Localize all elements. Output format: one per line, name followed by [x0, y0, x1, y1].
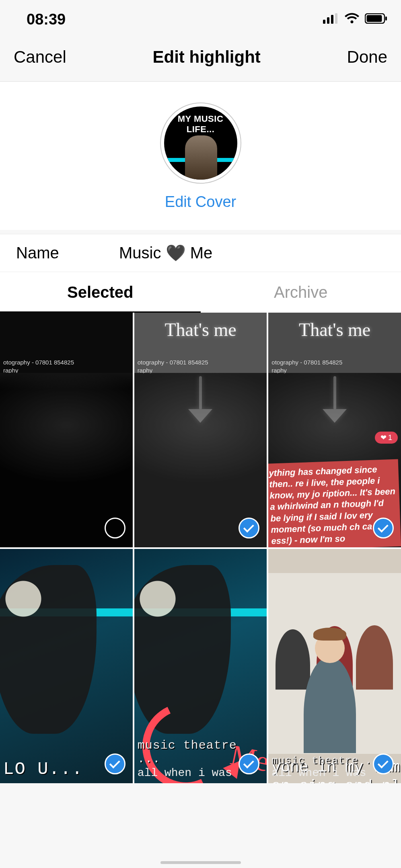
- watermark-text: otography - 07801 854825 raphy: [138, 358, 208, 375]
- heart-badge: ❤ 1: [375, 432, 398, 444]
- svg-rect-6: [385, 16, 387, 20]
- heart-icon: ❤: [380, 433, 387, 442]
- heart-count: 1: [388, 434, 392, 442]
- cover-image[interactable]: MY MUSIC LIFE...: [160, 102, 241, 184]
- story-thumbnail[interactable]: yone in my fam an sing and pla music the…: [268, 549, 401, 784]
- story-overlay-text: LO U...: [3, 759, 83, 779]
- story-thumbnail[interactable]: LO U...: [0, 549, 133, 784]
- stories-grid: otography - 07801 854825 raphy That's me…: [0, 313, 401, 783]
- wifi-icon: [344, 13, 360, 26]
- story-thumbnail[interactable]: Me music theatre ... all when i was: [134, 549, 267, 784]
- selection-toggle[interactable]: [105, 518, 125, 538]
- nav-bar: Cancel Edit highlight Done: [0, 39, 401, 82]
- tabs: Selected Archive: [0, 272, 401, 313]
- edit-cover-link[interactable]: Edit Cover: [165, 193, 236, 211]
- selection-toggle[interactable]: [373, 753, 394, 774]
- selection-toggle[interactable]: [239, 753, 259, 774]
- story-overlay-text: That's me: [134, 313, 267, 340]
- cover-section: MY MUSIC LIFE... Edit Cover: [0, 82, 401, 230]
- status-time: 08:39: [27, 11, 66, 28]
- story-thumbnail[interactable]: otography - 07801 854825 raphy: [0, 313, 133, 547]
- story-overlay-text: That's me: [268, 313, 401, 340]
- name-row: Name: [0, 234, 401, 272]
- story-thumbnail[interactable]: That's me otography - 07801 854825 raphy…: [268, 313, 401, 547]
- cancel-button[interactable]: Cancel: [14, 47, 66, 67]
- selection-toggle[interactable]: [373, 518, 394, 538]
- page-title: Edit highlight: [153, 47, 261, 67]
- svg-rect-5: [367, 15, 382, 22]
- name-label: Name: [16, 244, 119, 262]
- tab-archive[interactable]: Archive: [201, 272, 401, 313]
- cover-inner-text: MY MUSIC LIFE...: [164, 114, 237, 135]
- done-button[interactable]: Done: [347, 47, 387, 67]
- battery-icon: [365, 13, 387, 25]
- cellular-icon: [323, 13, 339, 25]
- watermark-text: otography - 07801 854825 raphy: [271, 358, 342, 375]
- svg-rect-0: [323, 20, 325, 24]
- name-input[interactable]: [119, 244, 385, 262]
- svg-rect-1: [327, 17, 329, 24]
- svg-rect-3: [335, 13, 337, 24]
- selection-toggle[interactable]: [105, 753, 125, 774]
- selection-toggle[interactable]: [239, 518, 259, 538]
- status-bar: 08:39: [0, 0, 401, 39]
- svg-rect-2: [331, 15, 333, 24]
- home-indicator[interactable]: [160, 861, 241, 864]
- watermark-text: otography - 07801 854825 raphy: [3, 358, 74, 375]
- story-thumbnail[interactable]: That's me otography - 07801 854825 raphy: [134, 313, 267, 547]
- tab-selected[interactable]: Selected: [0, 272, 201, 313]
